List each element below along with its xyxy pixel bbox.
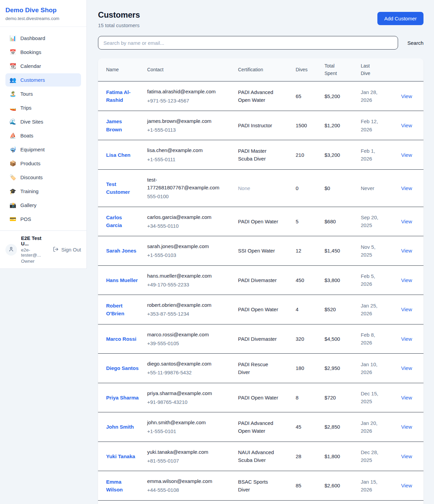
products-icon: 📦 <box>9 160 16 167</box>
user-name: E2E Test U... <box>21 236 49 246</box>
table-row: Robert O'Brien robert.obrien@example.com… <box>98 295 423 324</box>
customer-dives: 65 <box>296 81 324 111</box>
view-customer-link[interactable]: View <box>401 277 412 283</box>
customer-last-dive: Jan 25, 2026 <box>361 302 382 318</box>
customer-email: diego.santos@example.com <box>147 360 233 368</box>
customer-name-link[interactable]: Hans Mueller <box>106 276 138 284</box>
customer-name-link[interactable]: Test Customer <box>106 180 139 196</box>
customer-dives: 28 <box>296 442 324 471</box>
user-info: E2E Test U... e2e-tester@... Owner <box>21 236 49 264</box>
sidebar-item-bookings[interactable]: 📅 Bookings <box>5 45 81 59</box>
customer-name-link[interactable]: John Smith <box>106 423 134 431</box>
sidebar-item-trips[interactable]: 🚤 Trips <box>5 101 81 114</box>
search-button[interactable]: Search <box>407 37 423 49</box>
customer-certification: PADI Divemaster <box>238 276 277 284</box>
avatar <box>5 244 17 256</box>
view-customer-link[interactable]: View <box>401 152 412 158</box>
customer-name-link[interactable]: Robert O'Brien <box>106 302 139 318</box>
view-customer-link[interactable]: View <box>401 123 412 128</box>
training-icon: 🎓 <box>9 188 16 194</box>
sidebar-item-customers[interactable]: 👥 Customers <box>5 73 81 87</box>
table-row: Priya Sharma priya.sharma@example.com +9… <box>98 383 423 412</box>
table-row: John Smith john.smith@example.com +1-555… <box>98 412 423 442</box>
column-header-actions <box>397 58 423 81</box>
customer-email: carlos.garcia@example.com <box>147 213 233 221</box>
customers-table: NameContactCertificationDivesTotal Spent… <box>98 58 423 504</box>
customer-certification: BSAC Sports Diver <box>238 478 279 494</box>
customer-last-dive: Nov 5, 2025 <box>361 243 382 259</box>
sidebar-item-gallery[interactable]: 📸 Gallery <box>5 199 81 212</box>
customer-email: test-1772681807767@example.com <box>147 176 233 192</box>
page-title: Customers <box>98 10 140 20</box>
view-customer-link[interactable]: View <box>401 248 412 254</box>
add-customer-button[interactable]: Add Customer <box>377 12 423 25</box>
customers-icon: 👥 <box>9 77 16 83</box>
customer-total-spent: $4,500 <box>324 324 361 354</box>
view-customer-link[interactable]: View <box>401 424 412 430</box>
view-customer-link[interactable]: View <box>401 483 412 488</box>
sidebar-item-calendar[interactable]: 📆 Calendar <box>5 59 81 73</box>
sidebar: Demo Dive Shop demo.test.divestreams.com… <box>0 0 87 269</box>
customers-table-card: NameContactCertificationDivesTotal Spent… <box>98 58 423 504</box>
customer-certification: PADI Advanced Open Water <box>238 419 279 435</box>
user-role: Owner <box>21 259 49 264</box>
gallery-icon: 📸 <box>9 202 16 208</box>
sidebar-item-pos[interactable]: 💳 POS <box>5 212 81 226</box>
customer-name-link[interactable]: Diego Santos <box>106 364 139 372</box>
sidebar-item-training[interactable]: 🎓 Training <box>5 185 81 198</box>
table-header-row: NameContactCertificationDivesTotal Spent… <box>98 58 423 81</box>
customer-phone: 555-0100 <box>147 192 233 200</box>
customer-total-spent: $2,850 <box>324 412 361 442</box>
search-input[interactable] <box>98 36 398 50</box>
sidebar-item-discounts[interactable]: 🏷️ Discounts <box>5 171 81 184</box>
sidebar-item-products[interactable]: 📦 Products <box>5 157 81 170</box>
customer-phone: +1-555-0103 <box>147 251 233 259</box>
customer-dives: 1500 <box>296 111 324 140</box>
view-customer-link[interactable]: View <box>401 336 412 342</box>
customer-name-link[interactable]: Carlos Garcia <box>106 213 139 229</box>
customer-email: sarah.jones@example.com <box>147 242 233 250</box>
sidebar-item-boats[interactable]: ⛵ Boats <box>5 129 81 142</box>
sidebar-item-equipment[interactable]: 🤿 Equipment <box>5 143 81 156</box>
bookings-icon: 📅 <box>9 49 16 55</box>
customer-phone: +55-11-99876-5432 <box>147 369 233 376</box>
customer-total-spent: $0 <box>324 169 361 207</box>
customer-phone: +1-555-0111 <box>147 155 233 163</box>
view-customer-link[interactable]: View <box>401 93 412 99</box>
customer-email: emma.wilson@example.com <box>147 477 233 485</box>
customer-phone: +49-170-555-2233 <box>147 281 233 288</box>
view-customer-link[interactable]: View <box>401 365 412 371</box>
customer-phone: +971-55-123-4567 <box>147 97 233 105</box>
view-customer-link[interactable]: View <box>401 306 412 312</box>
customer-certification: PADI Divemaster <box>238 335 277 343</box>
view-customer-link[interactable]: View <box>401 219 412 224</box>
customer-name-link[interactable]: James Brown <box>106 117 139 133</box>
customer-name-link[interactable]: Fatima Al-Rashid <box>106 88 139 104</box>
sidebar-item-dashboard[interactable]: 📊 Dashboard <box>5 32 81 45</box>
customer-last-dive: Jan 28, 2026 <box>361 88 382 104</box>
view-customer-link[interactable]: View <box>401 395 412 400</box>
customer-name-link[interactable]: Lisa Chen <box>106 151 131 159</box>
customer-name-link[interactable]: Marco Rossi <box>106 335 136 343</box>
customer-dives: 450 <box>296 265 324 295</box>
customer-last-dive: Jan 15, 2026 <box>361 478 382 494</box>
customer-certification: NAUI Advanced Scuba Diver <box>238 448 279 464</box>
pos-icon: 💳 <box>9 216 16 222</box>
customer-name-link[interactable]: Sarah Jones <box>106 247 136 255</box>
view-customer-link[interactable]: View <box>401 185 412 191</box>
customer-name-link[interactable]: Emma Wilson <box>106 478 139 494</box>
customer-name-link[interactable]: Priya Sharma <box>106 394 139 402</box>
table-row: James Brown james.brown@example.com +1-5… <box>98 111 423 140</box>
customer-total-spent: $2,950 <box>324 354 361 383</box>
view-customer-link[interactable]: View <box>401 453 412 459</box>
sign-out-button[interactable]: Sign Out <box>53 246 81 253</box>
customer-certification: PADI Rescue Diver <box>238 360 279 376</box>
customer-certification: None <box>238 184 250 192</box>
customer-certification: PADI Open Water <box>238 218 278 225</box>
customer-last-dive: Feb 1, 2026 <box>361 147 382 163</box>
sidebar-item-tours[interactable]: 🏝️ Tours <box>5 87 81 100</box>
customer-name-link[interactable]: Yuki Tanaka <box>106 452 135 460</box>
sidebar-item-dive-sites[interactable]: 🌊 Dive Sites <box>5 115 81 128</box>
customer-total-spent: $1,800 <box>324 442 361 471</box>
customer-total-spent: $3,800 <box>324 265 361 295</box>
